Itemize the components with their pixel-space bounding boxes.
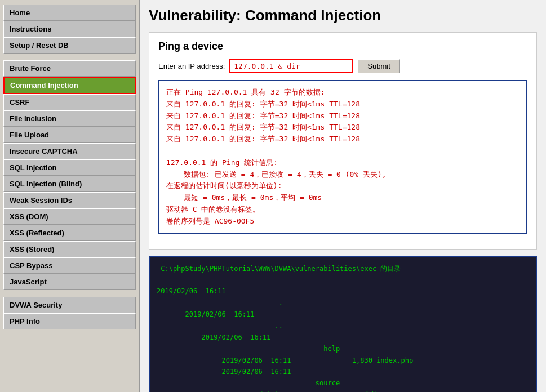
ip-form: Enter an IP address: Submit — [158, 59, 527, 73]
sidebar-item-command-injection[interactable]: Command Injection — [3, 77, 136, 94]
ip-input[interactable] — [229, 59, 353, 73]
sidebar-item-brute-force[interactable]: Brute Force — [3, 60, 136, 77]
vuln-nav: Brute ForceCommand InjectionCSRFFile Inc… — [3, 60, 136, 290]
top-nav: HomeInstructionsSetup / Reset DB — [3, 5, 136, 54]
sidebar-item-setup[interactable]: Setup / Reset DB — [3, 37, 136, 54]
dir-output: C:\phpStudy\PHPTutorial\WWW\DVWA\vulnera… — [149, 256, 537, 392]
sidebar-item-xss-stored[interactable]: XSS (Stored) — [3, 241, 136, 257]
ping-card: Ping a device Enter an IP address: Submi… — [149, 32, 537, 250]
sidebar-item-home[interactable]: Home — [3, 5, 136, 21]
sidebar-item-csp-bypass[interactable]: CSP Bypass — [3, 257, 136, 274]
sidebar-item-csrf[interactable]: CSRF — [3, 94, 136, 110]
sidebar-item-php-info[interactable]: PHP Info — [3, 313, 136, 329]
sidebar-item-instructions[interactable]: Instructions — [3, 21, 136, 37]
submit-button[interactable]: Submit — [358, 59, 399, 73]
sidebar-item-sql-injection[interactable]: SQL Injection — [3, 159, 136, 176]
sidebar: HomeInstructionsSetup / Reset DB Brute F… — [0, 0, 140, 392]
sidebar-item-weak-session-ids[interactable]: Weak Session IDs — [3, 192, 136, 208]
page-title: Vulnerability: Command Injection — [149, 7, 537, 24]
sidebar-item-insecure-captcha[interactable]: Insecure CAPTCHA — [3, 143, 136, 159]
bottom-nav: DVWA SecurityPHP Info — [3, 297, 136, 329]
sidebar-item-javascript[interactable]: JavaScript — [3, 274, 136, 290]
sidebar-item-xss-reflected[interactable]: XSS (Reflected) — [3, 225, 136, 241]
sidebar-item-file-inclusion[interactable]: File Inclusion — [3, 110, 136, 127]
sidebar-item-sql-injection-blind[interactable]: SQL Injection (Blind) — [3, 176, 136, 192]
ip-label: Enter an IP address: — [158, 62, 225, 70]
sidebar-item-file-upload[interactable]: File Upload — [3, 127, 136, 143]
sidebar-item-xss-dom[interactable]: XSS (DOM) — [3, 208, 136, 225]
sidebar-item-dvwa-security[interactable]: DVWA Security — [3, 297, 136, 313]
main-content: Vulnerability: Command Injection Ping a … — [140, 0, 546, 392]
ping-section-title: Ping a device — [158, 41, 527, 52]
ping-output: 正在 Ping 127.0.0.1 具有 32 字节的数据: 来自 127.0.… — [158, 80, 527, 234]
